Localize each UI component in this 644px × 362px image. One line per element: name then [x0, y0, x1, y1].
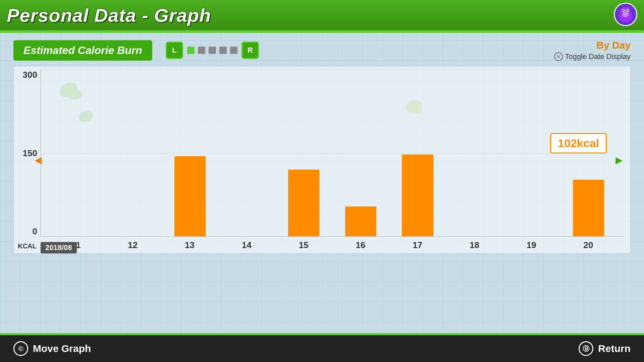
view-mode-label: By Day: [554, 40, 631, 51]
bar-15: [288, 170, 319, 236]
svg-point-7: [624, 12, 628, 14]
calorie-burn-label: Estimated Calorie Burn: [13, 40, 152, 61]
bottom-bar: © Move Graph Ⓑ Return: [0, 335, 644, 362]
bars-container: [41, 70, 624, 236]
main-content: Estimated Calorie Burn L R By Day ✕ Togg…: [0, 33, 644, 335]
dot-1: [187, 47, 195, 54]
x-label-13: 13: [185, 240, 195, 250]
y-label-0: 0: [33, 226, 37, 237]
x-label-15: 15: [299, 240, 309, 250]
bar-col-16: [332, 70, 389, 236]
svg-point-6: [627, 10, 628, 11]
view-controls: By Day ✕ Toggle Date Display: [554, 40, 631, 61]
x-axis: 11 12 13 14 15 16 17 18: [41, 237, 624, 253]
svg-point-5: [623, 10, 624, 11]
x-label-col-18: 18: [446, 240, 503, 250]
return-icon: Ⓑ: [579, 341, 593, 356]
circle-x-icon: ✕: [554, 52, 563, 61]
x-label-18: 18: [470, 240, 479, 250]
dot-4: [219, 47, 227, 54]
bar-20: [573, 180, 604, 236]
move-graph-icon: ©: [13, 341, 28, 356]
dot-3: [209, 47, 216, 54]
date-tooltip: 2018/08: [41, 242, 77, 253]
x-label-col-13: 13: [161, 240, 218, 250]
nav-buttons-group: L R: [166, 42, 259, 59]
avatar: [614, 3, 637, 26]
x-label-col-17: 17: [389, 240, 446, 250]
chart-container: 300 150 0 KCAL ◀ ▶: [13, 66, 631, 254]
return-button[interactable]: Ⓑ Return: [579, 341, 631, 356]
x-label-12: 12: [128, 240, 138, 250]
x-label-19: 19: [527, 240, 536, 250]
x-label-20: 20: [584, 240, 593, 250]
x-label-col-19: 19: [503, 240, 560, 250]
x-label-14: 14: [242, 240, 252, 250]
avatar-icon: [615, 4, 636, 24]
nav-right-button[interactable]: R: [241, 42, 259, 59]
dot-2: [198, 47, 205, 54]
y-axis: 300 150 0: [14, 66, 41, 237]
bar-col-13: [161, 70, 218, 236]
chart-plot-area: 102kcal: [41, 70, 624, 237]
page-title: Personal Data - Graph: [7, 4, 211, 26]
x-label-col-14: 14: [218, 240, 275, 250]
bar-col-11: [48, 70, 105, 236]
x-label-col-20: 20: [560, 240, 617, 250]
header-accent-line: [0, 30, 644, 33]
bar-col-15: [275, 70, 332, 236]
toggle-date-display[interactable]: ✕ Toggle Date Display: [554, 52, 631, 61]
toggle-date-label: Toggle Date Display: [565, 52, 631, 61]
subheader-row: Estimated Calorie Burn L R By Day ✕ Togg…: [13, 40, 631, 61]
x-label-col-12: 12: [104, 240, 161, 250]
top-header-bar: Personal Data - Graph: [0, 0, 644, 30]
move-graph-label: Move Graph: [33, 343, 91, 354]
x-label-16: 16: [356, 240, 365, 250]
move-graph-button[interactable]: © Move Graph: [13, 341, 91, 356]
bar-col-12: [105, 70, 162, 236]
dot-5: [230, 47, 237, 54]
x-label-col-16: 16: [332, 240, 389, 250]
bar-col-18: [446, 70, 503, 236]
x-label-col-15: 15: [275, 240, 332, 250]
bar-13: [174, 156, 206, 236]
nav-left-button[interactable]: L: [166, 42, 183, 59]
x-label-17: 17: [413, 240, 422, 250]
return-label: Return: [598, 343, 631, 354]
y-label-300: 300: [23, 70, 37, 80]
kcal-unit-label: KCAL: [14, 242, 41, 250]
calorie-tooltip: 102kcal: [550, 133, 607, 154]
bar-16: [345, 206, 376, 236]
bar-17: [402, 155, 433, 236]
bar-col-17: [389, 70, 446, 236]
dot-indicators: [187, 47, 237, 54]
bar-col-14: [218, 70, 275, 236]
